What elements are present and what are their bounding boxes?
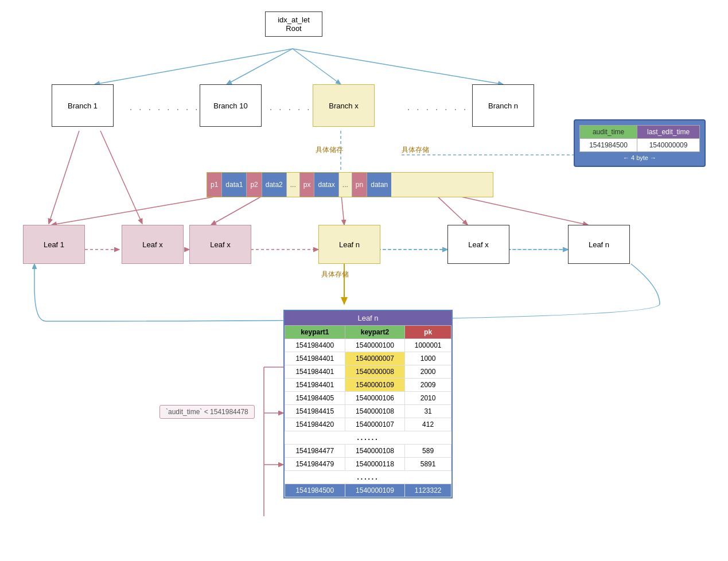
- detail-box: audit_time last_edit_time 1541984500 154…: [574, 119, 706, 167]
- svg-line-7: [341, 195, 344, 225]
- detail-table: audit_time last_edit_time 1541984500 154…: [579, 125, 700, 152]
- leafx3-label: Leaf x: [210, 240, 230, 249]
- table-dots-row: ......: [285, 431, 451, 445]
- table-row: 1541984401 1540000007 1000: [285, 352, 451, 365]
- detail-col2-header: last_edit_time: [637, 126, 700, 139]
- detail-val1: 1541984500: [580, 139, 637, 152]
- branchn-label: Branch n: [488, 102, 518, 110]
- strip-datax: datax: [314, 173, 338, 197]
- leafx5-node: Leaf x: [447, 225, 509, 264]
- table-row: 1541984479 1540000118 5891: [285, 458, 451, 471]
- svg-line-2: [293, 49, 341, 84]
- table-row: 1541984477 1540000108 589: [285, 445, 451, 458]
- leaf-table-title: Leaf n: [285, 311, 451, 325]
- leaf1-label: Leaf 1: [44, 240, 64, 249]
- svg-line-5: [100, 131, 142, 224]
- svg-line-6: [52, 195, 225, 225]
- table-row: 1541984415 1540000108 31: [285, 405, 451, 418]
- strip-data2: data2: [262, 173, 287, 197]
- leaf-table-container: Leaf n keypart1 keypart2 pk 1541984400 1…: [283, 310, 453, 498]
- condition-text: `audit_time` < 1541984478: [166, 408, 248, 416]
- leafn-label: Leaf n: [339, 240, 360, 249]
- svg-line-10: [453, 195, 588, 225]
- table-row: 1541984401 1540000109 2009: [285, 379, 451, 392]
- strip-data1: data1: [222, 173, 247, 197]
- dots-1: . . . . . . . .: [130, 102, 200, 112]
- leafx5-label: Leaf x: [468, 240, 488, 249]
- root-line2: Root: [272, 24, 315, 33]
- table-row: 1541984420 1540000107 412: [285, 418, 451, 431]
- leafx3-node: Leaf x: [189, 225, 251, 264]
- condition-box: `audit_time` < 1541984478: [159, 405, 255, 419]
- table-dots-row-2: ......: [285, 471, 451, 484]
- leaf1-node: Leaf 1: [23, 225, 85, 264]
- branch1-label: Branch 1: [68, 102, 98, 110]
- dots-3: . . . . . . . .: [407, 102, 478, 112]
- juti-label-3: 具体存储: [321, 270, 349, 279]
- leafx2-label: Leaf x: [142, 240, 162, 249]
- strip-p2: p2: [247, 173, 262, 197]
- strip-datan: datan: [367, 173, 391, 197]
- svg-line-8: [211, 195, 264, 225]
- detail-val2: 1540000009: [637, 139, 700, 152]
- leafn-node: Leaf n: [318, 225, 380, 264]
- branch10-label: Branch 10: [213, 102, 247, 110]
- branch1-node: Branch 1: [52, 84, 114, 127]
- svg-line-0: [95, 49, 293, 84]
- leaf-col-kp2: keypart2: [345, 326, 405, 339]
- strip-pn: pn: [352, 173, 367, 197]
- table-row: 1541984405 1540000106 2010: [285, 392, 451, 405]
- branchx-label: Branch x: [329, 102, 358, 110]
- detail-byte-label: ← 4 byte →: [579, 154, 700, 161]
- leafx2-node: Leaf x: [122, 225, 184, 264]
- leaf-table: keypart1 keypart2 pk 1541984400 15400001…: [285, 325, 451, 497]
- strip-px: px: [300, 173, 315, 197]
- table-row: 1541984401 1540000008 2000: [285, 365, 451, 379]
- root-node: idx_at_let Root: [265, 11, 322, 37]
- branch-data-strip: p1 data1 p2 data2 ... px datax ... pn da…: [207, 172, 493, 197]
- strip-dots1: ...: [287, 173, 300, 197]
- branchx-node: Branch x: [313, 84, 375, 127]
- leaf-col-kp1: keypart1: [285, 326, 345, 339]
- detail-col1-header: audit_time: [580, 126, 637, 139]
- svg-line-4: [49, 131, 79, 224]
- leafn6-label: Leaf n: [589, 240, 609, 249]
- svg-line-9: [436, 195, 468, 225]
- table-row-blue: 1541984500 1540000109 1123322: [285, 484, 451, 497]
- leafn6-node: Leaf n: [568, 225, 630, 264]
- root-line1: idx_at_let: [272, 15, 315, 24]
- table-row: 1541984400 1540000100 1000001: [285, 339, 451, 352]
- juti-label-2: 具体存储: [402, 145, 429, 155]
- strip-p1: p1: [207, 173, 222, 197]
- branchn-node: Branch n: [472, 84, 534, 127]
- strip-dots2: ...: [339, 173, 352, 197]
- juti-label-1: 具体储存: [316, 145, 343, 155]
- svg-line-3: [293, 49, 503, 84]
- leaf-col-pk: pk: [405, 326, 451, 339]
- branch10-node: Branch 10: [200, 84, 262, 127]
- svg-line-1: [227, 49, 293, 84]
